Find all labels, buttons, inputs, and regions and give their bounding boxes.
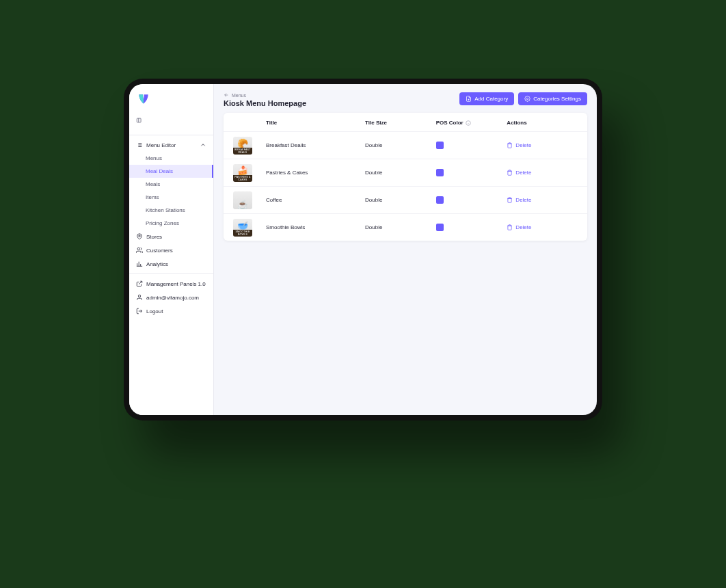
nav-sub-pricing-zones[interactable]: Pricing Zones bbox=[129, 217, 213, 230]
breadcrumb-label: Menus bbox=[232, 93, 246, 98]
nav-label: Pricing Zones bbox=[146, 220, 179, 226]
nav-user-account[interactable]: admin@vitamojo.com bbox=[129, 291, 213, 304]
nav-label: Meals bbox=[146, 181, 160, 187]
delete-button[interactable]: Delete bbox=[507, 197, 578, 203]
nav-sub-kitchen-stations[interactable]: Kitchen Stations bbox=[129, 204, 213, 217]
categories-settings-button[interactable]: Categories Settings bbox=[518, 92, 587, 105]
file-plus-icon bbox=[466, 96, 472, 102]
col-pos-color: POS Color bbox=[436, 120, 507, 126]
col-title: Title bbox=[266, 120, 365, 126]
topbar: Menus Kiosk Menu Homepage Add Category C… bbox=[214, 84, 597, 113]
nav-analytics[interactable]: Analytics bbox=[129, 257, 213, 271]
trash-icon bbox=[507, 142, 513, 148]
cell-title: Pastries & Cakes bbox=[266, 170, 365, 176]
delete-label: Delete bbox=[515, 224, 531, 230]
cell-tile-size: Double bbox=[365, 224, 436, 230]
brand-logo bbox=[129, 91, 213, 117]
delete-button[interactable]: Delete bbox=[507, 170, 578, 176]
external-link-icon bbox=[136, 280, 143, 287]
button-label: Categories Settings bbox=[533, 96, 581, 102]
tablet-frame: Menu Editor Menus Meal Deals Meals Items… bbox=[124, 79, 602, 420]
color-swatch[interactable] bbox=[436, 169, 444, 176]
nav-stores[interactable]: Stores bbox=[129, 230, 213, 243]
cell-pos-color bbox=[436, 196, 507, 204]
category-thumbnail: 🥐 BREAKFAST DEALS bbox=[233, 137, 252, 155]
table-row[interactable]: ☕ Coffee Double Delete bbox=[224, 186, 587, 213]
cell-pos-color bbox=[436, 169, 507, 176]
arrow-left-icon bbox=[224, 92, 229, 98]
thumb-image-icon: 🍰 bbox=[237, 166, 248, 175]
thumb-image-icon: ☕ bbox=[237, 200, 248, 209]
breadcrumb-back[interactable]: Menus bbox=[224, 92, 306, 98]
add-category-button[interactable]: Add Category bbox=[459, 92, 514, 105]
category-thumbnail: 🥣 SMOOTHIE BOWLS bbox=[233, 219, 252, 237]
nav-menu-editor[interactable]: Menu Editor bbox=[129, 138, 213, 152]
nav-logout[interactable]: Logout bbox=[129, 304, 213, 318]
cell-title: Coffee bbox=[266, 197, 365, 203]
nav-label: Meal Deals bbox=[146, 168, 173, 174]
nav-customers[interactable]: Customers bbox=[129, 243, 213, 257]
nav-label: Analytics bbox=[146, 261, 168, 267]
category-thumbnail: 🍰 PASTRIES & CAKES bbox=[233, 164, 252, 182]
nav-label: Management Panels 1.0 bbox=[146, 281, 206, 287]
logout-icon bbox=[136, 308, 143, 315]
info-icon[interactable] bbox=[466, 120, 471, 126]
delete-button[interactable]: Delete bbox=[507, 224, 578, 230]
nav-label: Stores bbox=[146, 234, 162, 240]
categories-table: Title Tile Size POS Color Actions 🥐 BREA… bbox=[224, 113, 587, 241]
color-swatch[interactable] bbox=[436, 224, 444, 231]
trash-icon bbox=[507, 197, 513, 203]
nav-label: Customers bbox=[146, 248, 173, 254]
users-icon bbox=[136, 247, 143, 254]
nav-sub-menus[interactable]: Menus bbox=[129, 152, 213, 165]
nav-sub-meal-deals[interactable]: Meal Deals bbox=[129, 165, 213, 178]
cell-title: Smoothie Bowls bbox=[266, 224, 365, 230]
nav-label: admin@vitamojo.com bbox=[146, 295, 199, 301]
cell-tile-size: Double bbox=[365, 142, 436, 148]
cell-pos-color bbox=[436, 224, 507, 231]
table-row[interactable]: 🥐 BREAKFAST DEALS Breakfast Deails Doubl… bbox=[224, 131, 587, 159]
nav-label: Menus bbox=[146, 155, 162, 161]
chevron-up-icon bbox=[200, 142, 206, 148]
nav-management-panels[interactable]: Management Panels 1.0 bbox=[129, 277, 213, 291]
delete-label: Delete bbox=[515, 197, 531, 203]
divider bbox=[129, 273, 213, 274]
trash-icon bbox=[507, 170, 513, 176]
thumb-caption: BREAKFAST DEALS bbox=[233, 148, 252, 155]
list-icon bbox=[136, 142, 143, 148]
svg-point-4 bbox=[527, 98, 528, 99]
gear-icon bbox=[524, 96, 530, 102]
nav-sub-meals[interactable]: Meals bbox=[129, 178, 213, 191]
sidebar: Menu Editor Menus Meal Deals Meals Items… bbox=[129, 84, 214, 415]
delete-button[interactable]: Delete bbox=[507, 142, 578, 148]
color-swatch[interactable] bbox=[436, 196, 444, 204]
svg-point-3 bbox=[138, 295, 140, 297]
user-icon bbox=[136, 294, 143, 301]
delete-label: Delete bbox=[515, 142, 531, 148]
svg-point-1 bbox=[139, 235, 141, 237]
map-pin-icon bbox=[136, 233, 143, 240]
color-swatch[interactable] bbox=[436, 142, 444, 149]
table-row[interactable]: 🥣 SMOOTHIE BOWLS Smoothie Bowls Double D… bbox=[224, 213, 587, 241]
trash-icon bbox=[507, 224, 513, 230]
cell-title: Breakfast Deails bbox=[266, 142, 365, 148]
cell-tile-size: Double bbox=[365, 197, 436, 203]
table-row[interactable]: 🍰 PASTRIES & CAKES Pastries & Cakes Doub… bbox=[224, 159, 587, 186]
col-actions: Actions bbox=[507, 120, 578, 126]
col-tile-size: Tile Size bbox=[365, 120, 436, 126]
page-title: Kiosk Menu Homepage bbox=[224, 99, 306, 107]
svg-point-2 bbox=[137, 248, 139, 250]
nav-label: Kitchen Stations bbox=[146, 207, 185, 213]
thumb-image-icon: 🥐 bbox=[237, 139, 248, 148]
main-content: Menus Kiosk Menu Homepage Add Category C… bbox=[214, 84, 597, 415]
nav-label: Items bbox=[146, 194, 159, 200]
nav-sub-items[interactable]: Items bbox=[129, 191, 213, 204]
thumb-caption: SMOOTHIE BOWLS bbox=[233, 230, 252, 237]
thumb-caption: PASTRIES & CAKES bbox=[233, 175, 252, 182]
nav-label: Logout bbox=[146, 308, 163, 315]
cell-tile-size: Double bbox=[365, 170, 436, 176]
nav-label: Menu Editor bbox=[146, 142, 176, 148]
category-thumbnail: ☕ bbox=[233, 191, 252, 209]
cell-pos-color bbox=[436, 142, 507, 149]
sidebar-collapse-button[interactable] bbox=[129, 117, 213, 132]
